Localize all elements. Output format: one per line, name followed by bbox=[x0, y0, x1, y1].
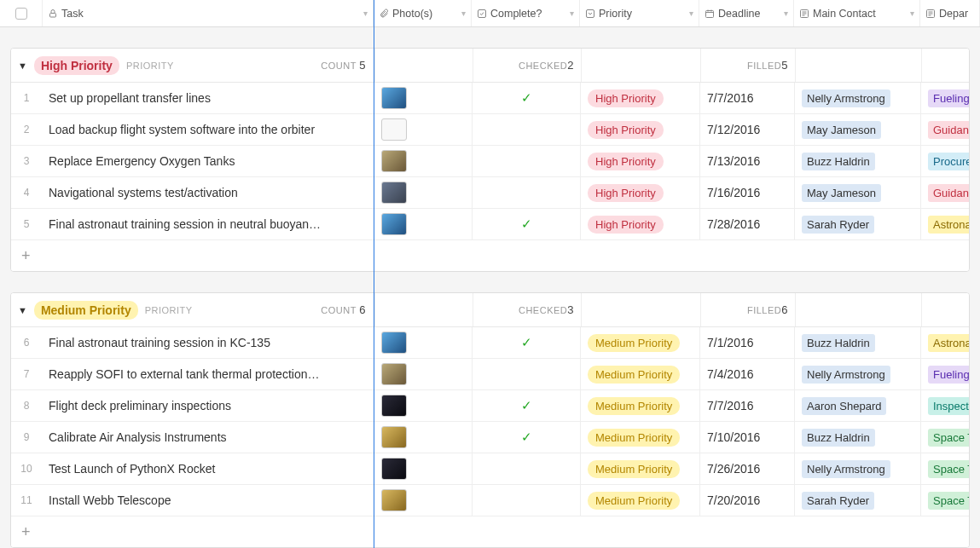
contact-cell[interactable]: Aaron Shepard bbox=[795, 390, 921, 421]
photo-thumbnail[interactable] bbox=[381, 213, 407, 235]
collapse-toggle[interactable]: ▼ bbox=[18, 305, 27, 315]
table-row[interactable]: 8Flight deck preliminary inspections✓Med… bbox=[11, 390, 969, 422]
dept-cell[interactable]: Space T bbox=[921, 485, 970, 516]
column-header-deadline[interactable]: Deadline ▾ bbox=[699, 0, 794, 26]
collapse-toggle[interactable]: ▼ bbox=[18, 61, 27, 71]
photo-thumbnail[interactable] bbox=[381, 458, 407, 480]
priority-cell[interactable]: High Priority bbox=[581, 177, 700, 208]
task-cell[interactable]: Replace Emergency Oxygen Tanks bbox=[42, 146, 374, 176]
priority-cell[interactable]: Medium Priority bbox=[581, 422, 700, 453]
complete-cell[interactable] bbox=[473, 177, 581, 208]
add-row-button[interactable]: + bbox=[11, 516, 969, 547]
dept-cell[interactable]: Guidanc bbox=[921, 114, 970, 145]
contact-cell[interactable]: Nelly Armstrong bbox=[795, 359, 921, 389]
contact-cell[interactable]: Nelly Armstrong bbox=[795, 83, 921, 113]
deadline-cell[interactable]: 7/7/2016 bbox=[700, 83, 795, 113]
complete-cell[interactable] bbox=[473, 359, 581, 389]
deadline-cell[interactable]: 7/4/2016 bbox=[700, 359, 795, 389]
photo-thumbnail[interactable] bbox=[381, 182, 407, 204]
column-header-priority[interactable]: Priority ▾ bbox=[580, 0, 699, 26]
dept-cell[interactable]: Space T bbox=[921, 422, 970, 453]
photo-cell[interactable] bbox=[374, 114, 473, 145]
column-header-photos[interactable]: Photo(s) ▾ bbox=[374, 0, 472, 26]
table-row[interactable]: 7Reapply SOFI to external tank thermal p… bbox=[11, 359, 969, 390]
dept-cell[interactable]: Procure bbox=[921, 146, 970, 176]
priority-cell[interactable]: High Priority bbox=[581, 114, 700, 145]
dept-cell[interactable]: Guidanc bbox=[921, 177, 970, 208]
group-title-pill[interactable]: Medium Priority bbox=[34, 301, 138, 320]
deadline-cell[interactable]: 7/16/2016 bbox=[700, 177, 795, 208]
complete-cell[interactable]: ✓ bbox=[473, 209, 581, 239]
dept-cell[interactable]: Fueling bbox=[921, 83, 970, 113]
task-cell[interactable]: Flight deck preliminary inspections bbox=[42, 390, 374, 421]
complete-cell[interactable]: ✓ bbox=[473, 390, 581, 421]
priority-cell[interactable]: High Priority bbox=[581, 146, 700, 176]
table-row[interactable]: 1Set up propellant transfer lines✓High P… bbox=[11, 83, 969, 114]
contact-cell[interactable]: Nelly Armstrong bbox=[795, 453, 921, 484]
photo-thumbnail[interactable] bbox=[381, 118, 407, 141]
priority-cell[interactable]: Medium Priority bbox=[581, 327, 700, 358]
contact-cell[interactable]: Buzz Haldrin bbox=[795, 146, 921, 176]
table-row[interactable]: 6Final astronaut training session in KC-… bbox=[11, 327, 969, 359]
column-header-task[interactable]: Task ▾ bbox=[43, 0, 374, 26]
priority-cell[interactable]: High Priority bbox=[581, 83, 700, 113]
complete-cell[interactable]: ✓ bbox=[473, 327, 581, 358]
deadline-cell[interactable]: 7/26/2016 bbox=[700, 453, 795, 484]
task-cell[interactable]: Reapply SOFI to external tank thermal pr… bbox=[42, 359, 374, 389]
photo-cell[interactable] bbox=[374, 327, 473, 358]
table-row[interactable]: 2Load backup flight system software into… bbox=[11, 114, 969, 146]
photo-thumbnail[interactable] bbox=[381, 150, 407, 172]
dept-cell[interactable]: Astrona bbox=[921, 327, 970, 358]
deadline-cell[interactable]: 7/28/2016 bbox=[700, 209, 795, 239]
dept-cell[interactable]: Inspecti bbox=[921, 390, 970, 421]
contact-cell[interactable]: May Jameson bbox=[795, 177, 921, 208]
contact-cell[interactable]: May Jameson bbox=[795, 114, 921, 145]
deadline-cell[interactable]: 7/20/2016 bbox=[700, 485, 795, 516]
deadline-cell[interactable]: 7/10/2016 bbox=[700, 422, 795, 453]
complete-cell[interactable]: ✓ bbox=[473, 83, 581, 113]
task-cell[interactable]: Install Webb Telescope bbox=[42, 485, 374, 516]
task-cell[interactable]: Calibrate Air Analysis Instruments bbox=[42, 422, 374, 453]
task-cell[interactable]: Test Launch of PythonX Rocket bbox=[42, 453, 374, 484]
dept-cell[interactable]: Space T bbox=[921, 453, 970, 484]
contact-cell[interactable]: Buzz Haldrin bbox=[795, 327, 921, 358]
chevron-down-icon[interactable]: ▾ bbox=[461, 9, 466, 18]
photo-thumbnail[interactable] bbox=[381, 87, 407, 109]
table-row[interactable]: 9Calibrate Air Analysis Instruments✓Medi… bbox=[11, 422, 969, 453]
chevron-down-icon[interactable]: ▾ bbox=[570, 9, 574, 18]
column-header-complete[interactable]: Complete? ▾ bbox=[472, 0, 580, 26]
deadline-cell[interactable]: 7/13/2016 bbox=[700, 146, 795, 176]
task-cell[interactable]: Final astronaut training session in KC-1… bbox=[42, 327, 374, 358]
table-row[interactable]: 3Replace Emergency Oxygen TanksHigh Prio… bbox=[11, 146, 969, 177]
deadline-cell[interactable]: 7/7/2016 bbox=[700, 390, 795, 421]
select-all-checkbox[interactable] bbox=[15, 8, 27, 20]
complete-cell[interactable]: ✓ bbox=[473, 422, 581, 453]
photo-cell[interactable] bbox=[374, 453, 473, 484]
chevron-down-icon[interactable]: ▾ bbox=[910, 9, 914, 18]
task-cell[interactable]: Final astronaut training session in neut… bbox=[42, 209, 374, 239]
photo-thumbnail[interactable] bbox=[381, 426, 407, 448]
photo-cell[interactable] bbox=[374, 83, 473, 113]
group-title-pill[interactable]: High Priority bbox=[34, 56, 119, 75]
photo-cell[interactable] bbox=[374, 177, 473, 208]
complete-cell[interactable] bbox=[473, 114, 581, 145]
priority-cell[interactable]: Medium Priority bbox=[581, 453, 700, 484]
photo-thumbnail[interactable] bbox=[381, 332, 407, 354]
deadline-cell[interactable]: 7/1/2016 bbox=[700, 327, 795, 358]
task-cell[interactable]: Load backup flight system software into … bbox=[42, 114, 374, 145]
chevron-down-icon[interactable]: ▾ bbox=[363, 9, 368, 18]
photo-cell[interactable] bbox=[374, 485, 473, 516]
photo-thumbnail[interactable] bbox=[381, 395, 407, 417]
priority-cell[interactable]: Medium Priority bbox=[581, 359, 700, 389]
add-row-button[interactable]: + bbox=[11, 240, 969, 271]
table-row[interactable]: 5Final astronaut training session in neu… bbox=[11, 209, 969, 240]
task-cell[interactable]: Set up propellant transfer lines bbox=[42, 83, 374, 113]
contact-cell[interactable]: Buzz Haldrin bbox=[795, 422, 921, 453]
table-row[interactable]: 4Navigational systems test/activationHig… bbox=[11, 177, 969, 209]
contact-cell[interactable]: Sarah Ryder bbox=[795, 485, 921, 516]
column-header-dept[interactable]: Depar bbox=[920, 0, 980, 26]
priority-cell[interactable]: High Priority bbox=[581, 209, 700, 239]
priority-cell[interactable]: Medium Priority bbox=[581, 390, 700, 421]
complete-cell[interactable] bbox=[473, 453, 581, 484]
dept-cell[interactable]: Fueling bbox=[921, 359, 970, 389]
